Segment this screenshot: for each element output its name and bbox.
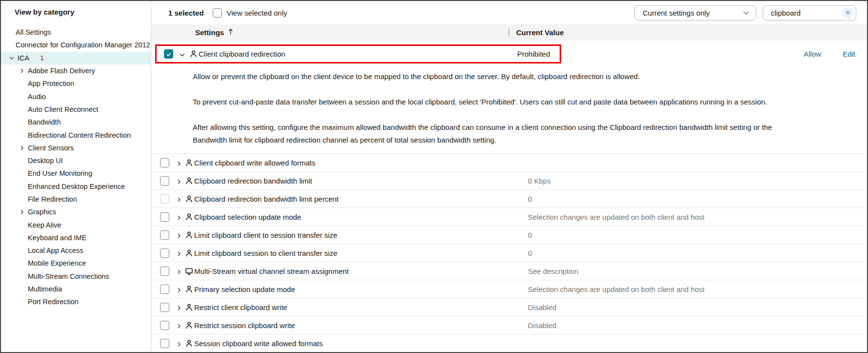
sidebar-item-auto-client-reconnect[interactable]: Auto Client Reconnect bbox=[1, 103, 151, 116]
sidebar-item-keep-alive[interactable]: Keep Alive bbox=[1, 218, 151, 231]
chevron-right-icon[interactable] bbox=[176, 286, 182, 295]
sidebar-item-local-app-access[interactable]: Local App Access bbox=[1, 244, 151, 257]
sidebar-item-enhanced-desktop-experience[interactable]: Enhanced Desktop Experience bbox=[1, 180, 151, 193]
setting-name[interactable]: Clipboard selection update mode bbox=[194, 213, 301, 221]
chevron-right-icon[interactable] bbox=[176, 304, 182, 313]
table-row[interactable]: Restrict client clipboard write Disabled bbox=[151, 298, 867, 316]
sidebar-item-ica[interactable]: ICA 1 bbox=[1, 52, 151, 64]
selected-setting-row[interactable]: Client clipboard redirection Prohibited … bbox=[151, 41, 867, 67]
sidebar-item-audio[interactable]: Audio bbox=[1, 90, 151, 103]
sidebar-item-port-redirection[interactable]: Port Redirection bbox=[1, 295, 151, 308]
row-checkbox[interactable] bbox=[160, 267, 169, 276]
setting-name[interactable]: Limit clipboard session to client transf… bbox=[194, 249, 337, 257]
setting-name[interactable]: Limit clipboard client to session transf… bbox=[194, 231, 337, 239]
setting-name[interactable]: Multi-Stream virtual channel stream assi… bbox=[194, 267, 349, 275]
chevron-right-icon[interactable] bbox=[19, 145, 25, 151]
setting-name[interactable]: Restrict session clipboard write bbox=[194, 321, 295, 330]
sidebar-item-keyboard-and-ime[interactable]: Keyboard and IME bbox=[1, 231, 151, 244]
view-selected-only-checkbox[interactable] bbox=[213, 8, 222, 18]
sort-ascending-icon[interactable] bbox=[227, 28, 234, 37]
search-box[interactable]: ✕ bbox=[763, 5, 856, 21]
search-input[interactable] bbox=[770, 8, 833, 18]
sidebar-item-all-settings[interactable]: All Settings bbox=[1, 26, 151, 39]
setting-name[interactable]: Clipboard redirection bandwidth limit bbox=[194, 177, 312, 185]
row-checkbox[interactable] bbox=[160, 230, 169, 240]
allow-link[interactable]: Allow bbox=[804, 50, 821, 58]
chevron-right-icon[interactable] bbox=[176, 178, 182, 187]
table-row[interactable]: Clipboard redirection bandwidth limit pe… bbox=[151, 190, 867, 208]
user-icon bbox=[185, 231, 193, 241]
chevron-right-icon[interactable] bbox=[176, 232, 182, 241]
table-row[interactable]: Restrict session clipboard write Disable… bbox=[151, 316, 867, 334]
setting-name[interactable]: Client clipboard write allowed formats bbox=[194, 159, 315, 167]
description-paragraph: To prevent cut-and-paste data transfer b… bbox=[193, 96, 787, 108]
setting-name[interactable]: Session clipboard write allowed formats bbox=[194, 339, 323, 348]
setting-name[interactable]: Primary selection update mode bbox=[194, 285, 295, 293]
row-checkbox[interactable] bbox=[160, 321, 169, 330]
table-row[interactable]: Primary selection update mode Selection … bbox=[151, 280, 867, 298]
sidebar-item-file-redirection[interactable]: File Redirection bbox=[1, 193, 151, 206]
table-row[interactable]: Session clipboard write allowed formats bbox=[151, 334, 867, 352]
setting-value: 0 bbox=[528, 195, 532, 203]
clear-search-icon[interactable]: ✕ bbox=[842, 7, 853, 19]
chevron-down-icon[interactable] bbox=[179, 51, 185, 60]
monitor-icon bbox=[185, 267, 193, 277]
table-row[interactable]: Limit clipboard client to session transf… bbox=[151, 226, 867, 244]
settings-filter-dropdown[interactable]: Current settings only bbox=[634, 5, 756, 21]
toolbar: 1 selected View selected only Current se… bbox=[151, 1, 867, 24]
table-row[interactable]: Multi-Stream virtual channel stream assi… bbox=[151, 262, 867, 280]
chevron-right-icon[interactable] bbox=[176, 196, 182, 205]
chevron-right-icon[interactable] bbox=[176, 214, 182, 223]
user-icon bbox=[185, 177, 193, 187]
setting-name[interactable]: Restrict client clipboard write bbox=[194, 303, 287, 311]
setting-value: 0 Kbps bbox=[528, 177, 551, 185]
chevron-right-icon[interactable] bbox=[176, 322, 182, 331]
sidebar-item-bandwidth[interactable]: Bandwidth bbox=[1, 116, 151, 128]
category-sidebar: View by category All Settings Connector … bbox=[1, 1, 151, 352]
sidebar-item-end-user-monitoring[interactable]: End User Monitoring bbox=[1, 167, 151, 180]
row-checkbox-disabled bbox=[160, 194, 169, 204]
sidebar-item-graphics[interactable]: Graphics bbox=[1, 206, 151, 218]
row-checkbox[interactable] bbox=[160, 303, 169, 312]
edit-link[interactable]: Edit bbox=[843, 50, 855, 58]
chevron-right-icon[interactable] bbox=[19, 209, 25, 215]
chevron-right-icon[interactable] bbox=[176, 250, 182, 259]
setting-value: Disabled bbox=[528, 321, 556, 330]
chevron-right-icon[interactable] bbox=[19, 68, 25, 74]
chevron-down-icon[interactable] bbox=[9, 55, 15, 61]
settings-column-header[interactable]: Settings bbox=[195, 28, 224, 37]
table-row[interactable]: Clipboard selection update mode Selectio… bbox=[151, 208, 867, 226]
user-icon bbox=[185, 159, 193, 169]
table-row[interactable]: Clipboard redirection bandwidth limit 0 … bbox=[151, 172, 867, 190]
settings-panel: 1 selected View selected only Current se… bbox=[151, 1, 867, 352]
setting-value: Prohibited bbox=[517, 50, 550, 58]
sidebar-item-adobe-flash-delivery[interactable]: Adobe Flash Delivery bbox=[1, 64, 151, 77]
user-icon bbox=[185, 285, 193, 295]
row-checkbox[interactable] bbox=[160, 339, 169, 348]
sidebar-item-app-protection[interactable]: App Protection bbox=[1, 77, 151, 90]
sidebar-item-bidirectional-content-redirection[interactable]: Bidirectional Content Redirection bbox=[1, 128, 151, 141]
user-icon bbox=[185, 249, 193, 259]
chevron-right-icon[interactable] bbox=[176, 268, 182, 277]
chevron-right-icon[interactable] bbox=[176, 160, 182, 168]
sidebar-item-multimedia[interactable]: Multimedia bbox=[1, 283, 151, 295]
sidebar-item-multi-stream-connections[interactable]: Multi-Stream Connections bbox=[1, 270, 151, 283]
chevron-right-icon[interactable] bbox=[176, 340, 182, 349]
table-row[interactable]: Client clipboard write allowed formats bbox=[151, 154, 867, 172]
sidebar-item-desktop-ui[interactable]: Desktop UI bbox=[1, 154, 151, 167]
row-checkbox[interactable] bbox=[160, 176, 169, 186]
table-row[interactable]: Limit clipboard session to client transf… bbox=[151, 244, 867, 262]
row-checkbox[interactable] bbox=[160, 249, 169, 258]
row-checkbox[interactable] bbox=[160, 212, 169, 222]
setting-name[interactable]: Clipboard redirection bandwidth limit pe… bbox=[194, 195, 339, 203]
row-checkbox[interactable] bbox=[160, 158, 169, 167]
sidebar-item-client-sensors[interactable]: Client Sensors bbox=[1, 142, 151, 154]
check-icon bbox=[166, 51, 172, 57]
row-checkbox-checked[interactable] bbox=[164, 49, 173, 59]
setting-name[interactable]: Client clipboard redirection bbox=[199, 50, 285, 58]
sidebar-item-mobile-experience[interactable]: Mobile Experience bbox=[1, 257, 151, 270]
selected-count: 1 selected bbox=[168, 9, 204, 17]
sidebar-item-connector[interactable]: Connector for Configuration Manager 2012 bbox=[1, 39, 151, 51]
row-checkbox[interactable] bbox=[160, 285, 169, 294]
ica-count-badge: 1 bbox=[36, 53, 48, 62]
